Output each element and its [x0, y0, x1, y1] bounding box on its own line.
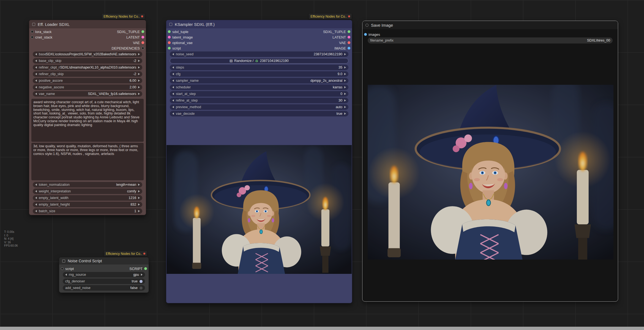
combo-right-arrow-icon[interactable]	[344, 93, 346, 95]
combo-right-arrow-icon[interactable]	[138, 197, 140, 199]
widget-vae-name[interactable]: vae_name SDXL_VAEfix_fp16.safetensors	[33, 91, 142, 97]
node-noise-control-script[interactable]: Noise Control Script script SCRIPT rng_s…	[59, 257, 149, 293]
input-dot-script[interactable]	[61, 267, 64, 270]
widget-cfg[interactable]: cfg 9.0	[170, 71, 348, 77]
combo-right-arrow-icon[interactable]	[344, 73, 346, 75]
negative-prompt-textarea[interactable]: 3d, low quality, worst quality, mutation…	[31, 143, 144, 180]
node-graph-canvas[interactable]: Efficiency Nodes for Co.. Efficiency Nod…	[0, 0, 644, 330]
combo-right-arrow-icon[interactable]	[344, 99, 346, 102]
input-dot-images[interactable]	[364, 33, 367, 36]
bottom-scrollbar[interactable]	[0, 327, 644, 330]
widget-empty-latent-width[interactable]: empty_latent_width 1216	[33, 195, 142, 201]
combo-left-arrow-icon[interactable]	[172, 80, 174, 82]
output-dot-sdxl-tuple[interactable]	[348, 30, 350, 33]
combo-left-arrow-icon[interactable]	[172, 73, 174, 75]
combo-left-arrow-icon[interactable]	[172, 99, 174, 102]
input-dot-optional-vae[interactable]	[168, 41, 171, 44]
combo-left-arrow-icon[interactable]	[35, 93, 37, 95]
widget-preview-method[interactable]: preview_method auto	[170, 104, 348, 110]
combo-left-arrow-icon[interactable]	[35, 53, 37, 55]
input-dot-script[interactable]	[168, 47, 171, 50]
combo-left-arrow-icon[interactable]	[172, 86, 174, 88]
combo-right-arrow-icon[interactable]	[138, 184, 140, 186]
combo-right-arrow-icon[interactable]	[138, 203, 140, 206]
combo-left-arrow-icon[interactable]	[35, 66, 37, 69]
widget-base-clip-skip[interactable]: base_clip_skip -2	[33, 58, 142, 64]
combo-left-arrow-icon[interactable]	[35, 197, 37, 199]
collapse-icon[interactable]	[32, 23, 35, 26]
toggle-icon[interactable]	[140, 280, 143, 283]
output-dot-script[interactable]	[144, 267, 147, 270]
combo-right-arrow-icon[interactable]	[344, 80, 346, 82]
widget-sampler-name[interactable]: sampler_name dpmpp_2s_ancestral	[170, 78, 348, 83]
input-dot-sdxl-tuple[interactable]	[168, 30, 171, 33]
widget-rng-source[interactable]: rng_source gpu	[63, 272, 145, 277]
combo-left-arrow-icon[interactable]	[65, 274, 67, 276]
randomize-seed-button[interactable]: ⚄ Randomize / ♻ 238710419612190	[170, 58, 348, 64]
widget-token-normalization[interactable]: token_normalization length+mean	[33, 182, 142, 187]
combo-right-arrow-icon[interactable]	[138, 210, 140, 212]
combo-left-arrow-icon[interactable]	[172, 113, 174, 115]
combo-left-arrow-icon[interactable]	[35, 190, 37, 192]
node-header-save[interactable]: Save Image	[362, 21, 618, 29]
widget-start-at-step[interactable]: start_at_step 0	[170, 91, 348, 97]
combo-right-arrow-icon[interactable]	[344, 86, 346, 88]
node-header-ksampler[interactable]: KSampler SDXL (Eff.)	[166, 20, 352, 28]
node-eff-loader-sdxl[interactable]: Eff. Loader SDXL lora_stack SDXL_TUPLE c…	[29, 20, 146, 215]
combo-right-arrow-icon[interactable]	[138, 66, 140, 69]
combo-right-arrow-icon[interactable]	[138, 190, 140, 192]
node-save-image[interactable]: Save Image images filename_prefix SDXL\h…	[362, 21, 618, 302]
combo-left-arrow-icon[interactable]	[172, 66, 174, 69]
input-dot-lora-stack[interactable]	[31, 30, 34, 33]
widget-empty-latent-height[interactable]: empty_latent_height 832	[33, 202, 142, 207]
node-header-loader[interactable]: Eff. Loader SDXL	[29, 20, 146, 28]
widget-negative-ascore[interactable]: negative_ascore 2.00	[33, 84, 142, 90]
widget-filename-prefix[interactable]: filename_prefix SDXL\hires_00	[368, 37, 613, 43]
combo-left-arrow-icon[interactable]	[35, 80, 37, 82]
output-dot-vae[interactable]	[348, 41, 350, 44]
widget-vae-decode[interactable]: vae_decode true	[170, 111, 348, 116]
combo-left-arrow-icon[interactable]	[35, 60, 37, 62]
combo-right-arrow-icon[interactable]	[344, 66, 346, 69]
combo-right-arrow-icon[interactable]	[138, 53, 140, 55]
node-header-noise[interactable]: Noise Control Script	[59, 257, 149, 264]
collapse-icon[interactable]	[365, 24, 369, 27]
combo-right-arrow-icon[interactable]	[138, 93, 140, 95]
output-dot-vae[interactable]	[141, 41, 144, 44]
input-dot-latent-image[interactable]	[168, 36, 171, 39]
combo-right-arrow-icon[interactable]	[344, 106, 346, 108]
widget-noise-seed[interactable]: noise_seed 238710419612190	[170, 51, 348, 57]
toggle-icon[interactable]	[140, 287, 143, 290]
output-dot-latent[interactable]	[141, 36, 144, 39]
widget-base-ckpt-name[interactable]: base_ckpt_name SDXL\colossusProjectXLSFW…	[33, 51, 142, 57]
combo-right-arrow-icon[interactable]	[138, 80, 140, 82]
output-dot-sdxl-tuple[interactable]	[141, 30, 144, 33]
combo-right-arrow-icon[interactable]	[138, 86, 140, 88]
combo-left-arrow-icon[interactable]	[35, 73, 37, 75]
widget-batch-size[interactable]: batch_size 1	[33, 208, 142, 214]
combo-left-arrow-icon[interactable]	[172, 106, 174, 108]
combo-left-arrow-icon[interactable]	[35, 203, 37, 206]
widget-refiner-clip-skip[interactable]: refiner_clip_skip -2	[33, 71, 142, 77]
widget-weight-interpretation[interactable]: weight_interpretation comfy	[33, 189, 142, 194]
widget-positive-ascore[interactable]: positive_ascore 6.00	[33, 78, 142, 83]
combo-right-arrow-icon[interactable]	[344, 53, 346, 55]
output-dot-latent[interactable]	[348, 36, 350, 39]
output-dot-dependencies[interactable]	[141, 47, 144, 50]
collapse-icon[interactable]	[169, 23, 172, 26]
widget-scheduler[interactable]: scheduler karras	[170, 84, 348, 90]
combo-left-arrow-icon[interactable]	[35, 184, 37, 186]
widget-refiner-ckpt-name[interactable]: refiner_ckpt_name SDXL\dreamshaperXL10_a…	[33, 65, 142, 70]
node-ksampler-sdxl[interactable]: KSampler SDXL (Eff.) sdxl_tuple SDXL_TUP…	[166, 20, 352, 303]
widget-cfg-denoiser[interactable]: cfg_denoiser true	[63, 279, 145, 284]
widget-refine-at-step[interactable]: refine_at_step 30	[170, 98, 348, 103]
widget-steps[interactable]: steps 35	[170, 65, 348, 70]
combo-left-arrow-icon[interactable]	[35, 86, 37, 88]
combo-left-arrow-icon[interactable]	[172, 53, 174, 55]
combo-right-arrow-icon[interactable]	[344, 113, 346, 115]
input-dot-cnet-stack[interactable]	[31, 36, 34, 39]
output-dot-image[interactable]	[348, 47, 350, 50]
combo-right-arrow-icon[interactable]	[138, 60, 140, 62]
collapse-icon[interactable]	[62, 260, 65, 263]
widget-add-seed-noise[interactable]: add_seed_noise false	[63, 285, 145, 291]
